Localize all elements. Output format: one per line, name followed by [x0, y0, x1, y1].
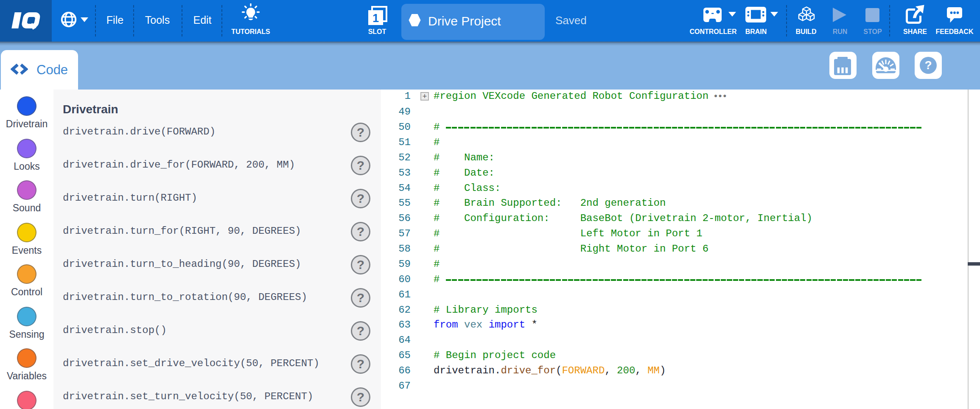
svg-text:?: ? — [924, 59, 932, 72]
svg-text:1: 1 — [372, 12, 379, 25]
